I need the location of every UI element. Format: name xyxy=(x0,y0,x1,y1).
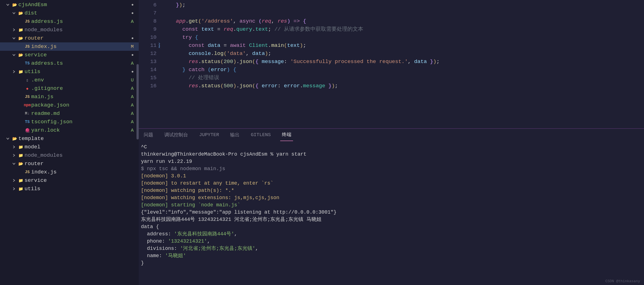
code-line[interactable]: res.status(500).json({ error: error.mess… xyxy=(163,82,644,90)
chevron-right-icon[interactable] xyxy=(11,69,17,74)
chevron-right-icon[interactable] xyxy=(11,178,17,183)
code-editor[interactable]: 678910111213141516 }); app.get('/address… xyxy=(139,0,644,128)
chevron-right-icon[interactable] xyxy=(11,145,17,149)
tree-item-label: template xyxy=(18,136,134,142)
file-item--env[interactable]: ▯.envU xyxy=(0,76,139,84)
line-number: 13 xyxy=(139,58,157,66)
panel-tab-输出[interactable]: 输出 xyxy=(228,130,241,141)
file-type-icon: 📂 xyxy=(17,11,25,16)
chevron-down-icon[interactable] xyxy=(11,53,17,57)
file-item-address-ts[interactable]: TSaddress.tsA xyxy=(0,59,139,67)
terminal-line: yarn run v1.22.19 xyxy=(141,158,642,165)
panel-tab-终端[interactable]: 终端 xyxy=(280,130,293,141)
git-status-badge: A xyxy=(126,86,134,91)
file-item-address-js[interactable]: JSaddress.jsA xyxy=(0,17,139,26)
terminal-line: [nodemon] watching path(s): *.* xyxy=(141,187,642,194)
code-line[interactable]: }); xyxy=(163,1,644,9)
terminal-line: } xyxy=(141,259,642,267)
terminal-line: address: '东光县科技园南路444号', xyxy=(141,230,642,238)
terminal-line: [nodemon] to restart at any time, enter … xyxy=(141,180,642,187)
panel-tab-gitlens[interactable]: GITLENS xyxy=(249,131,272,140)
code-line[interactable]: const text = req.query.text; // 从请求参数中获取… xyxy=(163,25,644,33)
folder-item-service[interactable]: 📁service xyxy=(0,176,139,185)
chevron-down-icon[interactable] xyxy=(11,161,17,166)
folder-item-template[interactable]: 📂template xyxy=(0,134,139,143)
tree-item-label: tsconfig.json xyxy=(31,119,126,125)
file-type-icon: JS xyxy=(23,95,31,99)
git-status-badge: U xyxy=(126,78,134,83)
tree-item-label: .gitignore xyxy=(31,85,126,91)
folder-item-router[interactable]: 📂router● xyxy=(0,34,139,42)
panel-tab-jupyter[interactable]: JUPYTER xyxy=(197,131,221,140)
folder-item-router[interactable]: 📂router xyxy=(0,160,139,168)
terminal-line: name: '马晓姐' xyxy=(141,252,642,259)
panel-tab-调试控制台[interactable]: 调试控制台 xyxy=(163,130,190,141)
line-number: 14 xyxy=(139,66,157,74)
panel-tab-问题[interactable]: 问题 xyxy=(142,130,155,141)
file-item-tsconfig-json[interactable]: TStsconfig.jsonA xyxy=(0,118,139,126)
file-explorer[interactable]: 📂cjsAndEsm●📂dist●JSaddress.jsA📁node_modu… xyxy=(0,0,139,285)
line-number: 11 xyxy=(139,42,157,50)
code-area[interactable]: }); app.get('/address', async (req, res)… xyxy=(163,1,644,128)
folder-item-utils[interactable]: 📁utils● xyxy=(0,67,139,76)
modified-dot-icon: ● xyxy=(126,69,134,74)
tree-item-label: yarn.lock xyxy=(31,127,126,133)
chevron-down-icon[interactable] xyxy=(11,11,17,15)
folder-item-model[interactable]: 📁model xyxy=(0,143,139,151)
git-status-badge: A xyxy=(126,19,134,24)
folder-item-dist[interactable]: 📂dist● xyxy=(0,9,139,17)
editor-and-panel: 678910111213141516 }); app.get('/address… xyxy=(139,0,644,285)
terminal[interactable]: ^Cthinkerwing@ThinkerdeMacBook-Pro cjsAn… xyxy=(139,142,644,285)
file-type-icon: JS xyxy=(23,44,31,49)
file-item-index-js[interactable]: JSindex.js xyxy=(0,168,139,176)
folder-item-utils[interactable]: 📁utils xyxy=(0,185,139,193)
file-item-package-json[interactable]: npmpackage.jsonA xyxy=(0,101,139,109)
modified-dot-icon: ● xyxy=(126,11,134,15)
file-item--gitignore[interactable]: ◆.gitignoreA xyxy=(0,84,139,93)
app-root: 📂cjsAndEsm●📂dist●JSaddress.jsA📁node_modu… xyxy=(0,0,644,285)
chevron-down-icon[interactable] xyxy=(5,3,11,7)
code-line[interactable]: const data = await Client.main(text); xyxy=(163,42,644,50)
file-item-yarn-lock[interactable]: 🧶yarn.lockA xyxy=(0,126,139,134)
watermark: CSDN @thinkasany xyxy=(605,279,640,283)
tree-item-label: address.js xyxy=(31,18,126,25)
folder-item-node-modules[interactable]: 📁node_modules xyxy=(0,151,139,160)
file-item-main-js[interactable]: JSmain.jsA xyxy=(0,93,139,101)
chevron-right-icon[interactable] xyxy=(11,28,17,32)
code-line[interactable]: console.log('data', data); xyxy=(163,50,644,58)
tree-item-label: address.ts xyxy=(31,60,126,66)
chevron-right-icon[interactable] xyxy=(11,187,17,191)
tree-item-label: dist xyxy=(25,10,126,16)
line-number: 16 xyxy=(139,82,157,90)
code-line[interactable]: res.status(200).json({ message: 'Success… xyxy=(163,58,644,66)
chevron-right-icon[interactable] xyxy=(11,153,17,158)
tree-item-label: .env xyxy=(31,77,126,83)
scrollbar-thumb[interactable] xyxy=(136,64,139,139)
file-type-icon: 🧶 xyxy=(23,128,31,133)
line-number: 12 xyxy=(139,50,157,58)
folder-item-node-modules[interactable]: 📁node_modules xyxy=(0,26,139,34)
file-type-icon: 📂 xyxy=(17,36,25,41)
code-line[interactable]: try { xyxy=(163,33,644,42)
folder-item-cjsandesm[interactable]: 📂cjsAndEsm● xyxy=(0,1,139,9)
file-type-icon: 📂 xyxy=(11,3,18,7)
file-type-icon: JS xyxy=(23,19,31,24)
tree-item-label: package.json xyxy=(31,102,126,108)
code-line[interactable]: } catch (error) { xyxy=(163,66,644,74)
chevron-down-icon[interactable] xyxy=(11,36,17,40)
tree-item-label: readme.md xyxy=(31,110,126,117)
file-item-index-js[interactable]: JSindex.jsM xyxy=(0,42,139,51)
terminal-line: [nodemon] 3.0.1 xyxy=(141,172,642,180)
file-type-icon: M↓ xyxy=(23,111,31,116)
tree-item-label: node_modules xyxy=(25,152,134,158)
file-item-readme-md[interactable]: M↓readme.mdA xyxy=(0,109,139,118)
code-line[interactable]: // 处理错误 xyxy=(163,74,644,82)
terminal-line: [nodemon] starting `node main.js` xyxy=(141,201,642,209)
code-line[interactable]: app.get('/address', async (req, res) => … xyxy=(163,17,644,25)
modified-dot-icon: ● xyxy=(126,36,134,40)
folder-item-service[interactable]: 📂service● xyxy=(0,51,139,59)
code-line[interactable] xyxy=(163,9,644,17)
chevron-down-icon[interactable] xyxy=(5,136,11,141)
modified-dot-icon: ● xyxy=(126,53,134,57)
tree-item-label: service xyxy=(25,52,126,58)
